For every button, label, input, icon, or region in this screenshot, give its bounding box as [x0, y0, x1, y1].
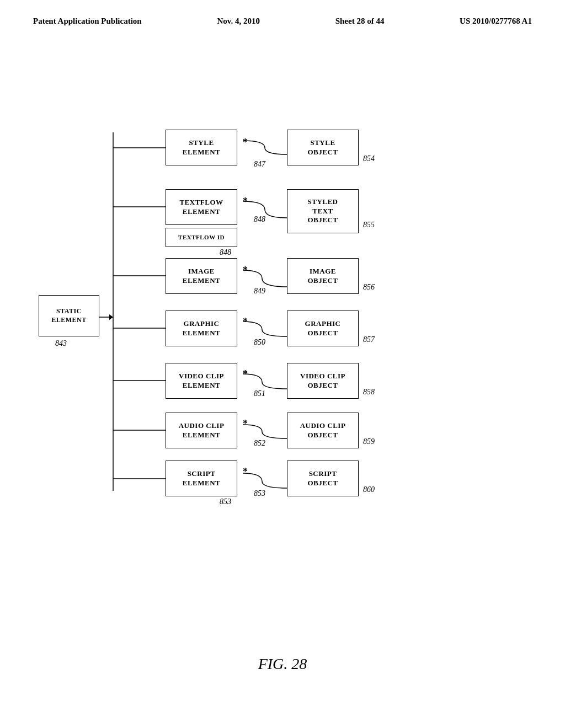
ref-848: 848 — [254, 215, 265, 224]
header-center: Nov. 4, 2010 — [217, 17, 260, 26]
star-849: * — [243, 265, 248, 276]
svg-marker-9 — [109, 314, 113, 320]
star-848: * — [243, 196, 248, 207]
ref-849: 849 — [254, 287, 265, 296]
diagram-area: STATIC ELEMENT 843 STYLE ELEMENT TEXTFLO… — [0, 99, 565, 623]
ref-851: 851 — [254, 389, 265, 398]
textflow-element-box: TEXTFLOW ELEMENT — [166, 189, 237, 225]
static-element-box: STATIC ELEMENT — [39, 295, 99, 336]
ref-847: 847 — [254, 160, 265, 169]
star-853: * — [243, 466, 248, 478]
graphic-object-ref: 857 — [363, 335, 375, 344]
video-clip-object-ref: 858 — [363, 388, 375, 397]
audio-clip-object-ref: 859 — [363, 437, 375, 446]
script-element-ref: 853 — [220, 497, 231, 506]
style-object-box: STYLE OBJECT — [287, 130, 359, 165]
script-object-box: SCRIPT OBJECT — [287, 461, 359, 496]
audio-clip-element-box: AUDIO CLIP ELEMENT — [166, 413, 237, 448]
header-left: Patent Application Publication — [33, 17, 142, 26]
graphic-element-box: GRAPHIC ELEMENT — [166, 311, 237, 346]
textflow-id-box: TEXTFLOW ID — [166, 228, 237, 247]
script-object-ref: 860 — [363, 485, 375, 494]
audio-clip-object-box: AUDIO CLIP OBJECT — [287, 413, 359, 448]
star-850: * — [243, 316, 248, 328]
styled-text-object-ref: 855 — [363, 221, 375, 229]
video-clip-object-box: VIDEO CLIP OBJECT — [287, 363, 359, 399]
style-object-ref: 854 — [363, 154, 375, 163]
ref-852: 852 — [254, 439, 265, 448]
ref-850: 850 — [254, 338, 265, 347]
image-object-box: IMAGE OBJECT — [287, 258, 359, 294]
graphic-object-box: GRAPHIC OBJECT — [287, 311, 359, 346]
video-clip-element-box: VIDEO CLIP ELEMENT — [166, 363, 237, 399]
star-851: * — [243, 368, 248, 380]
star-852: * — [243, 418, 248, 430]
page-header: Patent Application Publication Nov. 4, 2… — [0, 0, 565, 26]
header-right: US 2010/0277768 A1 — [460, 17, 532, 26]
image-element-box: IMAGE ELEMENT — [166, 258, 237, 294]
textflow-id-ref: 848 — [220, 248, 231, 257]
image-object-ref: 856 — [363, 283, 375, 292]
star-847: * — [243, 137, 248, 148]
connectors-svg — [0, 99, 565, 623]
script-element-box: SCRIPT ELEMENT — [166, 461, 237, 496]
ref-853-label: 853 — [254, 489, 265, 498]
figure-caption: FIG. 28 — [258, 655, 307, 673]
header-sheet: Sheet 28 of 44 — [335, 17, 385, 26]
styled-text-object-box: STYLED TEXT OBJECT — [287, 189, 359, 233]
static-element-ref: 843 — [55, 339, 67, 348]
style-element-box: STYLE ELEMENT — [166, 130, 237, 165]
